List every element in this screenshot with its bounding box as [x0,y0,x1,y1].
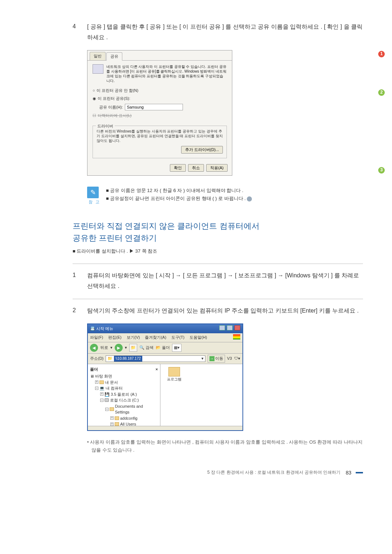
printer-properties-dialog: 일반 공유 네트워크 상의 다른 사용자와 이 프린터를 공유할 수 있습니다.… [87,50,232,176]
views-button[interactable]: ▦▾ [172,344,181,352]
tree-desktop[interactable]: 🖥 바탕 화면 [90,373,158,379]
driver-text: 다른 버전의 Windows를 실행하는 사용자와 프린터를 공유하고 있는 경… [97,129,223,143]
note-box: ✎ 참 고 공유 이름은 영문 12 자 ( 한글 6 자 ) 이내에서 입력해… [87,187,363,205]
tree-header: 폴더 [90,366,98,373]
step-number: 1 [73,270,80,292]
folder-label: 프로그램 [167,376,181,382]
address-label: 주소(D) [90,355,103,362]
step-text: 탐색기의 주소창에 프린터가 연결되어 있는 컴퓨터의 IP 주소를 입력하고 … [87,306,363,316]
tree-close-icon[interactable]: × [156,366,158,373]
explorer-menubar: 파일(F) 편집(E) 보기(V) 즐겨찾기(A) 도구(T) 도움말(H) [88,333,242,342]
explorer-content-pane: 프로그램 [160,364,242,426]
window-buttons [219,325,240,333]
tree-mycomputer[interactable]: −💻내 컴퓨터 [95,385,158,391]
menu-help[interactable]: 도움말(H) [189,334,207,341]
maximize-button[interactable] [227,325,233,330]
share-name-label: 공유 이름(H): [99,104,123,111]
radio-share-label: 이 프린터 공유(S): [98,95,130,102]
footer-accent-bar [356,472,363,473]
explorer-toolbar: ◄ 뒤로 ▾ ► ▾ 📁 🔍 검색 📂 폴더 ▦▾ [88,342,242,354]
separator [73,264,363,264]
cancel-button[interactable]: 취소 [188,164,204,172]
ok-button[interactable]: 확인 [170,164,186,172]
windows-flag-icon [233,334,240,339]
driver-group-title: 드라이버 [96,123,115,130]
back-label: 뒤로 [100,345,108,351]
go-button[interactable]: →이동 [208,355,225,363]
note-line-1: 공유 이름은 영문 12 자 ( 한글 6 자 ) 이내에서 입력해야 합니다 … [106,187,252,195]
menu-tools[interactable]: 도구(T) [171,334,184,341]
shared-printer-icon [247,196,252,201]
tree-mydocs[interactable]: +내 문서 [95,379,158,386]
address-input[interactable]: 📁\\10.88.187.172 ▾ [106,355,205,362]
note-line-2: 공유설정이 끝나면 프린터 아이콘이 공유된 형태 ( ) 로 바뀝니다 . [106,195,252,203]
step-4: 4 [ 공유 ] 탭을 클릭한 후 [ 공유 ] 또는 [ 이 프린터 공유 ]… [73,22,363,43]
directory-listing-option: ☐디렉터리에 표시(L) [93,113,227,119]
v3-label: V3 [227,355,232,362]
printer-icon [93,64,103,74]
step2-note: 사용자 이름과 암호를 입력하는 화면이 나타나면 , 컴퓨터의 사용자 이름과… [87,438,363,454]
folder-icon [168,367,180,376]
page-footer: 5 장 다른 환경에서 사용 : 로컬 네트워크 환경에서 공유하여 인쇄하기 … [73,469,363,477]
share-description: 네트워크 상의 다른 사용자와 이 프린터를 공유할 수 있습니다. 프린터 공… [106,64,227,83]
search-button[interactable]: 🔍 검색 [139,345,154,351]
tree-floppy[interactable]: +💾3.5 플로피 (A:) [100,391,158,398]
step-1: 1 컴퓨터의 바탕화면에 있는 [ 시작 ] → [ 모든 프로그램 ] → [… [73,270,363,292]
footer-page-number: 83 [346,469,351,477]
note-symbol-icon: ✎ [87,187,99,198]
explorer-scrollbar[interactable] [88,426,242,430]
dialog-tabs: 일반 공유 [87,50,232,61]
step-number: 4 [73,22,80,43]
separator [73,299,363,299]
callout-2: 2 [378,89,385,96]
menu-edit[interactable]: 편집(E) [108,334,122,341]
tree-allusers[interactable]: +All Users [110,421,158,425]
section-subnote: 드라이버를 설치합니다 . ▶ 37 쪽 참조 [73,248,363,255]
folder-item-programs[interactable]: 프로그램 [163,367,185,382]
step-text: [ 공유 ] 탭을 클릭한 후 [ 공유 ] 또는 [ 이 프린터 공유 ] 를… [87,22,363,43]
radio-share-printer[interactable]: ◉이 프린터 공유(S): [93,95,227,102]
section-heading: 프린터와 직접 연결되지 않은 클라이언트 컴퓨터에서 공유한 프린터 연결하기 [73,220,363,244]
share-dialog-figure: 일반 공유 네트워크 상의 다른 사용자와 이 프린터를 공유할 수 있습니다.… [87,50,363,176]
share-name-input[interactable] [125,104,183,110]
menu-favorites[interactable]: 즐겨찾기(A) [145,334,166,341]
tab-general[interactable]: 일반 [90,52,106,61]
explorer-tree-pane: 폴더× 🖥 바탕 화면 +내 문서 −💻내 컴퓨터 +💾3.5 플로피 (A:)… [88,364,160,426]
up-button[interactable]: 📁 [129,344,137,352]
tree-docsettings[interactable]: −Documents and Settings [105,403,158,415]
tree-local-disk[interactable]: −로컬 디스크 (C:) [100,397,158,403]
menu-view[interactable]: 보기(V) [127,334,140,341]
additional-drivers-button[interactable]: 추가 드라이버(D)... [181,146,223,154]
tree-addconfig[interactable]: +addconfig [110,415,158,421]
minimize-button[interactable] [219,325,225,330]
explorer-addressbar: 주소(D) 📁\\10.88.187.172 ▾ →이동 V3 🛡▾ [88,354,242,364]
close-button[interactable] [234,325,240,330]
callout-1: 1 [378,51,385,57]
forward-button[interactable]: ► [115,344,123,352]
callout-3: 3 [378,167,385,174]
explorer-titlebar: 📇 시작 메뉴 [88,324,242,334]
tab-share[interactable]: 공유 [106,52,122,61]
explorer-window: 📇 시작 메뉴 파일(F) 편집(E) 보기(V) 즐겨찾기(A) 도구(T) … [87,323,243,431]
explorer-title-text: 시작 메뉴 [96,326,113,331]
driver-group: 드라이버 다른 버전의 Windows를 실행하는 사용자와 프린터를 공유하고… [93,126,227,158]
apply-button[interactable]: 적용(A) [206,164,228,172]
step-2: 2 탐색기의 주소창에 프린터가 연결되어 있는 컴퓨터의 IP 주소를 입력하… [73,306,363,316]
address-value: \\10.88.187.172 [114,356,142,362]
back-button[interactable]: ◄ [90,344,98,352]
step-number: 2 [73,306,80,316]
step-text: 컴퓨터의 바탕화면에 있는 [ 시작 ] → [ 모든 프로그램 ] → [ 보… [87,270,363,292]
note-label: 참 고 [87,199,102,205]
folders-button[interactable]: 📂 폴더 [156,345,170,351]
menu-file[interactable]: 파일(F) [90,334,103,341]
footer-chapter: 5 장 다른 환경에서 사용 : 로컬 네트워크 환경에서 공유하여 인쇄하기 [207,469,340,476]
radio-no-share-label: 이 프린터 공유 안 함(N) [97,87,139,94]
radio-no-share[interactable]: ○이 프린터 공유 안 함(N) [93,87,227,94]
note-icon: ✎ 참 고 [87,187,102,205]
